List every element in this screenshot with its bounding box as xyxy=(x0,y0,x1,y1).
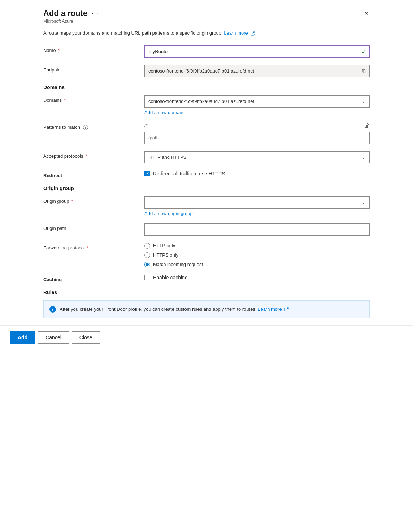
rules-info-box: i After you create your Front Door profi… xyxy=(43,300,370,318)
name-valid-icon: ✓ xyxy=(361,48,366,55)
origin-path-input[interactable] xyxy=(144,223,370,236)
domains-label: Domains * xyxy=(43,95,144,103)
pattern-path-input[interactable] xyxy=(144,132,370,144)
delete-pattern-icon[interactable]: 🗑 xyxy=(364,122,370,129)
protocols-required-indicator: * xyxy=(85,153,87,159)
https-only-radio-button[interactable] xyxy=(144,252,150,258)
domains-required-indicator: * xyxy=(64,97,66,103)
rules-learn-more-link[interactable]: Learn more xyxy=(258,306,282,312)
pattern-value: /* xyxy=(144,123,361,128)
forwarding-protocol-label: Forwarding protocol * xyxy=(43,243,144,250)
page-title: Add a route xyxy=(43,9,87,18)
endpoint-input xyxy=(144,65,370,77)
name-input[interactable] xyxy=(144,45,370,58)
footer: Add Cancel Close xyxy=(0,325,413,349)
cancel-button[interactable]: Cancel xyxy=(38,331,69,344)
copy-icon[interactable]: ⧉ xyxy=(362,68,366,74)
name-required-indicator: * xyxy=(58,48,60,53)
panel-subtitle: Microsoft Azure xyxy=(43,19,100,24)
description-text: A route maps your domains and matching U… xyxy=(43,30,370,37)
rules-section-header: Rules xyxy=(43,289,370,295)
caching-checkbox-label: Enable caching xyxy=(153,275,188,280)
external-link-icon xyxy=(251,31,255,36)
match-incoming-radio-inner xyxy=(146,263,149,266)
add-new-domain-link[interactable]: Add a new domain xyxy=(144,110,183,115)
http-only-label: HTTP only xyxy=(153,243,175,248)
origin-group-section-header: Origin group xyxy=(43,186,370,191)
accepted-protocols-select[interactable]: HTTP and HTTPS HTTP only HTTPS only xyxy=(144,151,370,163)
origin-group-label: Origin group * xyxy=(43,196,144,204)
redirect-checkbox[interactable]: ✓ xyxy=(144,171,150,176)
accepted-protocols-label: Accepted protocols * xyxy=(43,151,144,159)
info-icon: i xyxy=(49,306,56,313)
match-incoming-label: Match incoming request xyxy=(153,262,203,267)
origin-group-required-indicator: * xyxy=(71,199,73,204)
info-box-text: After you create your Front Door profile… xyxy=(60,306,289,313)
caching-checkbox[interactable] xyxy=(144,275,150,280)
patterns-info-icon: i xyxy=(83,125,88,130)
match-incoming-radio-button[interactable] xyxy=(144,262,150,267)
close-button[interactable]: Close xyxy=(72,331,100,344)
caching-label: Caching xyxy=(43,275,144,282)
domains-section-header: Domains xyxy=(43,84,370,90)
rules-external-link-icon xyxy=(284,307,289,311)
add-new-origin-group-link[interactable]: Add a new origin group xyxy=(144,211,193,216)
close-icon[interactable]: × xyxy=(363,9,370,18)
domains-select[interactable]: contoso-frontend-f6f9f9ffb2a0aud7.b01.az… xyxy=(144,95,370,108)
forwarding-https-only-option[interactable]: HTTPS only xyxy=(144,252,370,258)
redirect-checkbox-label: Redirect all traffic to use HTTPS xyxy=(153,171,225,176)
redirect-check-icon: ✓ xyxy=(146,171,149,176)
forwarding-protocol-radio-group: HTTP only HTTPS only Match incoming requ… xyxy=(144,243,370,267)
forwarding-required-indicator: * xyxy=(87,245,89,250)
more-options-button[interactable]: ··· xyxy=(90,9,100,18)
learn-more-link[interactable]: Learn more xyxy=(224,30,248,36)
name-label: Name * xyxy=(43,45,144,53)
http-only-radio-button[interactable] xyxy=(144,243,150,249)
forwarding-http-only-option[interactable]: HTTP only xyxy=(144,243,370,249)
redirect-label: Redirect xyxy=(43,171,144,178)
origin-group-select[interactable] xyxy=(144,196,370,209)
https-only-label: HTTPS only xyxy=(153,252,178,258)
endpoint-label: Endpoint xyxy=(43,65,144,73)
patterns-label: Patterns to match i xyxy=(43,122,144,130)
add-button[interactable]: Add xyxy=(10,331,35,344)
forwarding-match-incoming-option[interactable]: Match incoming request xyxy=(144,262,370,267)
origin-path-label: Origin path xyxy=(43,223,144,231)
